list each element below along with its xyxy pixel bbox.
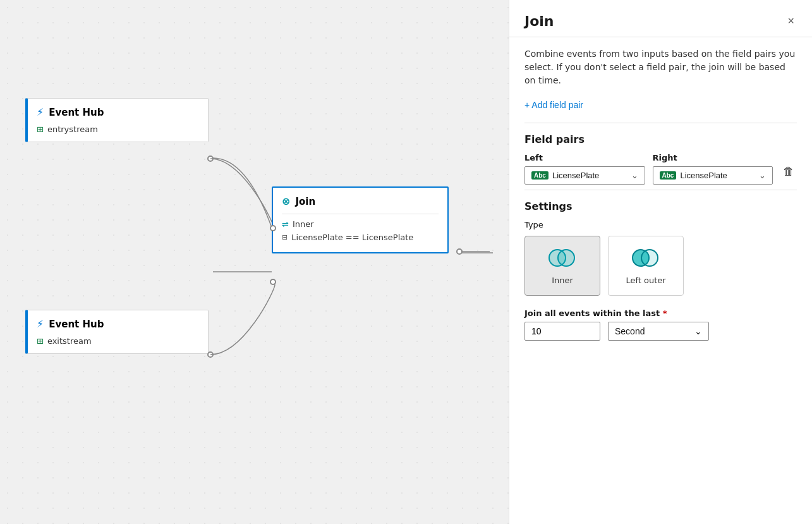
type-card-inner[interactable]: Inner bbox=[524, 236, 600, 296]
left-field-col: Left Abc LicensePlate ⌄ bbox=[524, 153, 645, 185]
panel-title: Join bbox=[524, 13, 554, 29]
node-header-exit: ⚡ Event Hub bbox=[37, 318, 199, 330]
right-field-chevron: ⌄ bbox=[759, 171, 766, 180]
join-events-label-text: Join all events within the last bbox=[524, 308, 660, 318]
join-condition-text: LicensePlate == LicensePlate bbox=[291, 233, 413, 242]
settings-section: Settings Type Inner bbox=[524, 200, 797, 341]
table-icon-entry: ⊞ bbox=[37, 125, 44, 134]
join-node-divider bbox=[282, 214, 439, 214]
right-field-label: Right bbox=[653, 153, 773, 162]
time-unit-value: Second bbox=[615, 326, 645, 336]
delete-field-pair-button[interactable]: 🗑 bbox=[780, 162, 797, 181]
time-unit-chevron: ⌄ bbox=[694, 326, 702, 336]
panel-description: Combine events from two inputs based on … bbox=[524, 47, 797, 87]
node-title-exit: Event Hub bbox=[49, 319, 104, 330]
join-events-section: Join all events within the last * Second… bbox=[524, 308, 797, 341]
right-field-value: LicensePlate bbox=[680, 171, 727, 180]
canvas-grid bbox=[0, 0, 509, 524]
conn-dot-entry bbox=[207, 155, 214, 162]
svg-point-1 bbox=[558, 250, 574, 266]
join-condition-field: ⊟ LicensePlate == LicensePlate bbox=[282, 233, 439, 242]
right-field-dropdown[interactable]: Abc LicensePlate ⌄ bbox=[653, 166, 773, 185]
event-hub-node-exit[interactable]: ⚡ Event Hub ⊞ exitstream bbox=[25, 310, 209, 354]
event-hub-icon-exit: ⚡ bbox=[37, 318, 44, 330]
node-field-name-entry: entrystream bbox=[47, 125, 98, 134]
conn-dot-join-left-top bbox=[270, 225, 276, 231]
type-label: Type bbox=[524, 220, 797, 229]
join-venn-icon: ⊗ bbox=[282, 195, 290, 207]
close-button[interactable]: × bbox=[785, 13, 797, 29]
event-hub-node-entry[interactable]: ⚡ Event Hub ⊞ entrystream bbox=[25, 98, 209, 142]
conn-dot-exit bbox=[207, 351, 214, 358]
inner-venn-icon bbox=[547, 247, 578, 269]
node-field-name-exit: exitstream bbox=[47, 336, 92, 346]
field-pairs-section-title: Field pairs bbox=[524, 133, 797, 145]
canvas-area: ⚡ Event Hub ⊞ entrystream ⚡ Event Hub ⊞ … bbox=[0, 0, 509, 524]
join-events-number-input[interactable] bbox=[524, 322, 600, 341]
right-field-col: Right Abc LicensePlate ⌄ bbox=[653, 153, 773, 185]
settings-section-title: Settings bbox=[524, 200, 797, 212]
node-title-entry: Event Hub bbox=[49, 107, 104, 118]
right-panel: Join × Combine events from two inputs ba… bbox=[509, 0, 812, 524]
required-star: * bbox=[663, 308, 667, 318]
type-cards-container: Inner Left outer bbox=[524, 236, 797, 296]
join-node-title: Join bbox=[295, 196, 315, 207]
join-node-header: ⊗ Join bbox=[282, 195, 439, 207]
svg-point-3 bbox=[641, 250, 658, 266]
right-abc-badge: Abc bbox=[660, 171, 677, 180]
node-field-exit: ⊞ exitstream bbox=[37, 336, 199, 346]
type-left-outer-label: Left outer bbox=[626, 276, 665, 285]
left-field-label: Left bbox=[524, 153, 645, 162]
settings-divider bbox=[524, 190, 797, 190]
event-hub-icon-entry: ⚡ bbox=[37, 106, 44, 118]
panel-header: Join × bbox=[509, 0, 812, 37]
type-inner-label: Inner bbox=[552, 276, 573, 285]
left-field-value: LicensePlate bbox=[552, 171, 599, 180]
field-pairs-divider bbox=[524, 123, 797, 123]
join-type-icon: ⇌ bbox=[282, 219, 289, 229]
conn-dot-join-left-bot bbox=[270, 279, 276, 285]
node-header-entry: ⚡ Event Hub bbox=[37, 106, 199, 118]
time-unit-dropdown[interactable]: Second ⌄ bbox=[608, 322, 709, 341]
node-field-entry: ⊞ entrystream bbox=[37, 125, 199, 134]
left-abc-badge: Abc bbox=[531, 171, 548, 180]
join-condition-icon: ⊟ bbox=[282, 233, 288, 241]
join-type-label: Inner bbox=[293, 219, 314, 229]
join-node[interactable]: ⊗ Join ⇌ Inner ⊟ LicensePlate == License… bbox=[272, 186, 449, 253]
add-field-pair-button[interactable]: + Add field pair bbox=[524, 97, 583, 113]
left-field-dropdown[interactable]: Abc LicensePlate ⌄ bbox=[524, 166, 645, 185]
join-events-row: Second ⌄ bbox=[524, 322, 797, 341]
join-type-field: ⇌ Inner bbox=[282, 219, 439, 229]
conn-dot-join-right bbox=[456, 248, 463, 255]
join-events-label: Join all events within the last * bbox=[524, 308, 797, 318]
type-card-left-outer[interactable]: Left outer bbox=[608, 236, 684, 296]
table-icon-exit: ⊞ bbox=[37, 336, 44, 346]
left-field-chevron: ⌄ bbox=[631, 171, 638, 180]
field-pairs-row: Left Abc LicensePlate ⌄ Right Abc Licens… bbox=[524, 153, 797, 185]
left-outer-venn-icon bbox=[631, 247, 661, 269]
panel-body: Combine events from two inputs based on … bbox=[509, 37, 812, 524]
